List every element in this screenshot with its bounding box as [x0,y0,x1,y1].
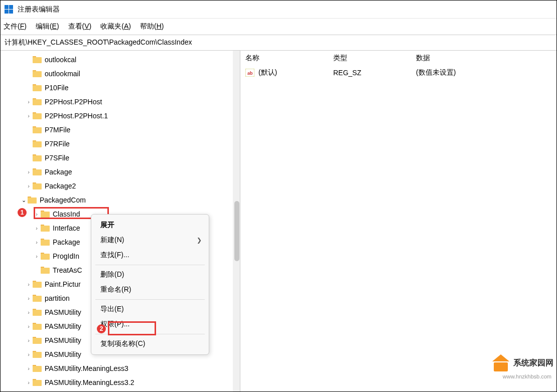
ctx-separator [95,265,205,265]
context-menu: 展开 新建(N)❯ 查找(F)... 删除(D) 重命名(R) 导出(E) 权限… [91,214,209,355]
ctx-export[interactable]: 导出(E) [91,302,209,317]
tree-item-label: Interface [53,224,80,232]
chevron-down-icon[interactable]: ⌄ [20,197,28,204]
tree-item[interactable]: ›PASMUtility.MeaningLess3 [1,361,240,375]
menu-edit[interactable]: 编辑(E) [36,22,59,31]
tree-item-label: P7SFile [45,154,69,162]
chevron-right-icon[interactable]: › [25,183,33,189]
menu-help[interactable]: 帮助(H) [140,22,164,31]
folder-icon [33,365,42,372]
cell-type: REG_SZ [328,69,411,77]
chevron-right-icon[interactable]: › [25,295,33,301]
tree-item[interactable]: ›P2PHost.P2PHost.1 [1,109,240,123]
chevron-right-icon[interactable]: › [25,99,33,105]
address-bar[interactable]: 计算机\HKEY_CLASSES_ROOT\PackagedCom\ClassI… [1,35,556,51]
folder-icon [33,337,42,344]
folder-icon [28,197,37,204]
tree-item-label: outlookcal [45,56,76,64]
chevron-right-icon[interactable]: › [33,239,41,245]
tree-item-label: P2PHost.P2PHost [45,98,102,106]
address-text: 计算机\HKEY_CLASSES_ROOT\PackagedCom\ClassI… [5,38,192,47]
ctx-new[interactable]: 新建(N)❯ [91,233,209,248]
list-header: 名称 类型 数据 [240,51,556,66]
folder-icon [33,281,42,288]
tree-item[interactable]: outlookmail [1,67,240,81]
chevron-right-icon[interactable]: › [25,113,33,119]
tree-item-label: P10File [45,84,68,92]
chevron-right-icon[interactable]: › [25,337,33,343]
folder-icon [33,126,42,133]
col-header-type[interactable]: 类型 [328,54,411,63]
tree-item-label: PASMUtility.MeaningLess3.2 [45,378,134,386]
ctx-permissions[interactable]: 权限(P)... [91,317,209,332]
folder-icon [33,182,42,189]
house-icon [491,354,510,371]
chevron-right-icon[interactable]: › [25,169,33,175]
folder-icon [33,351,42,358]
folder-icon [33,112,42,119]
folder-icon [33,56,42,63]
chevron-right-icon[interactable]: › [33,253,41,259]
chevron-right-icon[interactable]: › [25,323,33,329]
scrollbar-track[interactable] [233,51,240,392]
menu-view[interactable]: 查看(V) [68,22,92,31]
col-header-name[interactable]: 名称 [240,54,328,63]
chevron-right-icon[interactable]: › [33,211,41,217]
ctx-separator [95,299,205,300]
ctx-delete[interactable]: 删除(D) [91,267,209,282]
menu-favorites[interactable]: 收藏夹(A) [100,22,131,31]
chevron-right-icon[interactable]: › [25,351,33,357]
ctx-copy-key-name[interactable]: 复制项名称(C) [91,336,209,351]
tree-item-label: P7MFile [45,126,70,134]
tree-item[interactable]: ›P2PHost.P2PHost [1,95,240,109]
tree-item-label: outlookmail [45,70,80,78]
content-area: outlookcaloutlookmailP10File›P2PHost.P2P… [1,51,556,392]
col-header-data[interactable]: 数据 [411,54,556,63]
folder-icon [41,253,50,260]
folder-icon [41,267,50,274]
tree-item[interactable]: P10File [1,81,240,95]
chevron-right-icon[interactable]: › [33,225,41,231]
tree-item-label: PASMUtility [45,308,81,316]
tree-item-label: Package2 [45,182,76,190]
tree-item[interactable]: P7MFile [1,123,240,137]
folder-icon [33,84,42,91]
marker-1: 1 [18,208,27,217]
tree-item[interactable]: ›Package2 [1,179,240,193]
scrollbar-thumb[interactable] [234,201,239,261]
cell-data: (数值未设置) [411,68,556,77]
tree-item[interactable]: ⌄PackagedCom [1,193,240,207]
watermark-url: www.hnzkhbsb.com [503,373,551,379]
watermark-text: 系统家园网 [513,358,553,368]
svg-text:ab: ab [247,71,253,76]
menu-file[interactable]: 文件(F) [4,22,27,31]
tree-item-label: PackagedCom [40,196,86,204]
list-row[interactable]: ab (默认) REG_SZ (数值未设置) [240,66,556,80]
tree-item[interactable]: P7RFile [1,137,240,151]
chevron-right-icon[interactable]: › [25,281,33,287]
ctx-expand[interactable]: 展开 [91,218,209,233]
ctx-rename[interactable]: 重命名(R) [91,282,209,297]
folder-icon [33,98,42,105]
tree-item-label: Package [53,238,80,246]
tree-item[interactable]: ›Package [1,165,240,179]
chevron-right-icon[interactable]: › [25,379,33,385]
tree-item[interactable]: ›PASMUtility.MeaningLess3.2 [1,375,240,389]
folder-icon [33,323,42,330]
tree-item-label: Package [45,168,72,176]
folder-icon [41,225,50,232]
tree-item[interactable]: P7SFile [1,151,240,165]
tree-item-label: PASMUtility [45,350,81,358]
titlebar: 注册表编辑器 [1,1,556,19]
window-title: 注册表编辑器 [18,5,60,14]
tree-item-label: P7RFile [45,140,70,148]
string-value-icon: ab [245,69,254,77]
folder-icon [33,309,42,316]
menubar: 文件(F) 编辑(E) 查看(V) 收藏夹(A) 帮助(H) [1,19,556,35]
tree-item[interactable]: outlookcal [1,53,240,67]
ctx-separator [95,334,205,334]
ctx-find[interactable]: 查找(F)... [91,248,209,263]
chevron-right-icon[interactable]: › [25,309,33,315]
chevron-right-icon[interactable]: › [25,365,33,371]
marker-2: 2 [97,324,106,333]
